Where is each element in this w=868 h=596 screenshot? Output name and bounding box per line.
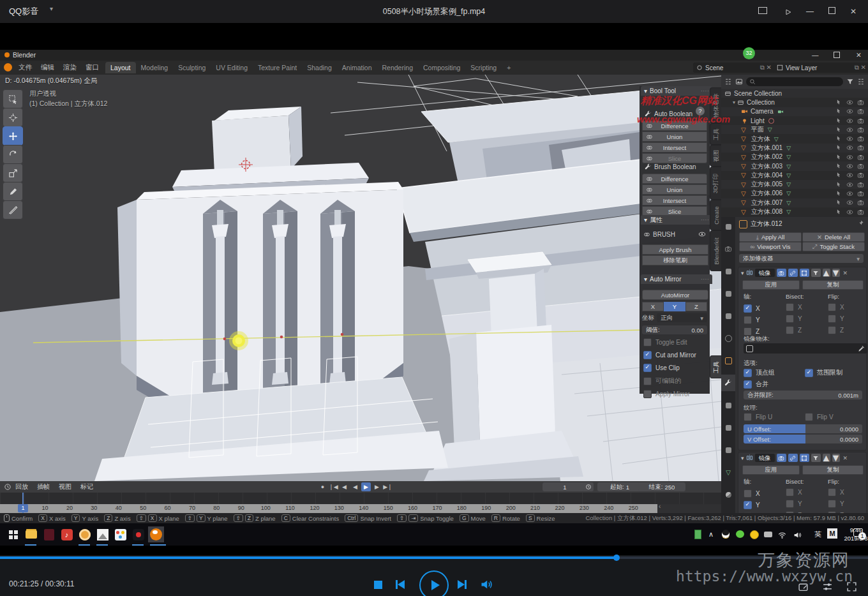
properties-tab-physics[interactable] — [721, 419, 735, 436]
row-visibility-controls[interactable] — [836, 126, 864, 133]
flip-y-checkbox[interactable]: Y — [828, 500, 868, 508]
workspace-tab[interactable]: Animation — [337, 62, 377, 73]
u-offset-slider[interactable]: U Offset:0.0000 — [744, 424, 862, 433]
outliner-row-立方体.001[interactable]: ▽立方体.001▽ — [721, 144, 868, 153]
outliner-row-Collection[interactable]: ▾Collection — [721, 98, 868, 107]
viewport-vis-button[interactable]: ∞Viewport Vis — [739, 242, 802, 251]
move-tool-button[interactable] — [3, 126, 23, 145]
taskbar-explorer-icon[interactable] — [23, 526, 39, 542]
workspace-tab[interactable]: Layout — [105, 62, 136, 73]
tray-volume-icon[interactable] — [793, 530, 802, 539]
maximize-button[interactable] — [823, 5, 840, 18]
workspace-tab[interactable]: Scripting — [465, 62, 502, 73]
realtime-toggle-icon[interactable] — [788, 269, 798, 277]
realtime-toggle-icon[interactable] — [788, 454, 798, 462]
modifier-2-name[interactable]: 镜像 — [755, 454, 775, 462]
row-visibility-controls[interactable] — [836, 209, 864, 216]
remove-brush-button[interactable]: 移除笔刷 — [642, 255, 708, 265]
sidebar-tab-3D打印[interactable]: 3D打印 — [710, 167, 722, 200]
taskbar-photos-icon[interactable] — [94, 526, 110, 542]
cut-and-mirror-checkbox[interactable]: Cut and Mirror — [643, 351, 707, 359]
toggle-stack-button[interactable]: ⤢Toggle Stack — [802, 242, 865, 251]
apply-brush-button[interactable]: Apply Brush — [642, 244, 708, 255]
axis-y-checkbox[interactable]: Y — [744, 501, 784, 509]
previous-button[interactable] — [396, 580, 405, 589]
playhead-frame-badge[interactable]: 1 — [18, 504, 28, 512]
properties-tab-object[interactable] — [721, 352, 735, 369]
menu-item[interactable]: 文件 — [14, 61, 36, 75]
properties-panel-header[interactable]: ▾ 属性 ···· — [641, 215, 712, 225]
modifier-1-header[interactable]: ▾ 镜像 ▲ ▼ ✕ — [738, 267, 866, 278]
axis-y-checkbox[interactable]: Y — [744, 316, 784, 324]
taskbar-start-icon[interactable] — [5, 526, 21, 542]
stop-button[interactable] — [374, 581, 382, 589]
collapse-chevron-icon[interactable]: ‹ — [659, 503, 661, 510]
current-frame-field[interactable]: 1 — [542, 482, 587, 491]
modifier-2-apply-button[interactable]: 应用 — [742, 465, 800, 475]
frame-ruler[interactable]: 1020304050607080901001101201301401501601… — [0, 504, 657, 513]
sidebar-tab-工具-active[interactable]: 工具 — [710, 355, 722, 378]
sidebar-tab-Blenderkit[interactable]: Blenderkit — [710, 230, 722, 271]
flip-z-checkbox[interactable]: Z — [828, 326, 868, 334]
options-icon[interactable] — [857, 78, 865, 86]
flip-v-checkbox[interactable]: Flip V — [805, 413, 834, 421]
tray-chevron-up-icon[interactable]: ∧ — [708, 530, 714, 539]
merge-limit-slider[interactable]: 合并限距:0.001m — [744, 391, 862, 399]
outliner-row-立方体.002[interactable]: ▽立方体.002▽ — [721, 153, 868, 161]
flip-y-checkbox[interactable]: Y — [828, 315, 868, 323]
frame-start-field[interactable]: 起始:1 — [597, 482, 642, 491]
outliner-search-input[interactable] — [746, 77, 843, 86]
taskbar-netease-music-icon[interactable]: ♪ — [59, 526, 75, 542]
menu-item[interactable]: 窗口 — [81, 61, 103, 75]
ime-indicator[interactable]: M — [827, 528, 837, 539]
brush-boolean-union-button[interactable]: Union — [642, 184, 707, 195]
outliner-row-立方体.006[interactable]: ▽立方体.006▽ — [721, 189, 868, 198]
workspace-tab[interactable]: Shading — [302, 62, 337, 73]
outliner-row-立方体.003[interactable]: ▽立方体.003▽ — [721, 161, 868, 170]
workspace-tab[interactable]: UV Editing — [211, 62, 253, 73]
row-visibility-controls[interactable] — [836, 117, 864, 124]
collapse-arrow-icon[interactable]: ▾ — [741, 270, 744, 276]
jump-end-button[interactable]: ▶❘ — [383, 482, 393, 491]
taskbar-blender-icon[interactable] — [148, 526, 164, 542]
tray-qq-icon[interactable] — [722, 530, 730, 538]
render-toggle-icon[interactable] — [777, 454, 786, 462]
move-down-icon[interactable]: ▼ — [832, 269, 840, 277]
properties-tab-constraints[interactable] — [721, 442, 735, 458]
play-reverse-button[interactable]: ◀ — [350, 482, 360, 491]
properties-tab-modifiers[interactable] — [721, 375, 735, 391]
workspace-tab[interactable]: Compositing — [418, 62, 465, 73]
menu-item[interactable]: 渲染 — [59, 61, 81, 75]
axis-x-toggle[interactable]: X — [642, 302, 664, 311]
window-minimize-icon[interactable]: — — [812, 51, 819, 59]
outliner-row-立方体.007[interactable]: ▽立方体.007▽ — [721, 198, 868, 207]
threshold-slider[interactable]: 阈值: 0.00 — [642, 325, 707, 334]
delete-all-button[interactable]: ✕Delete All — [802, 232, 865, 242]
cursor-tool-button[interactable] — [3, 108, 23, 127]
automirror-button[interactable]: AutoMirror — [642, 290, 708, 300]
3d-viewport[interactable]: D: -0.04675m (0.04675m) 全局 用户透视 (1) Coll… — [0, 75, 721, 481]
tray-wifi-icon[interactable] — [778, 530, 786, 539]
record-dot-button[interactable]: ● — [318, 482, 327, 491]
outliner-row-平面[interactable]: ▽平面▽ — [721, 125, 868, 134]
modifier-1-name[interactable]: 镜像 — [755, 269, 775, 277]
row-visibility-controls[interactable] — [836, 181, 864, 188]
display-mode-icon[interactable] — [735, 78, 743, 86]
axis-z-toggle[interactable]: Z — [685, 302, 707, 311]
window-maximize-icon[interactable] — [834, 52, 840, 58]
merge-checkbox[interactable]: 合并 — [744, 380, 768, 389]
flip-x-checkbox[interactable]: X — [828, 488, 868, 496]
outliner-row-Camera[interactable]: Camera — [721, 107, 868, 116]
render-toggle-icon[interactable] — [777, 269, 786, 277]
outliner-row-Scene Collection[interactable]: Scene Collection — [721, 89, 868, 98]
可编辑的-checkbox[interactable]: 可编辑的 — [643, 376, 707, 385]
row-visibility-controls[interactable] — [836, 163, 864, 170]
sidebar-tab-视图[interactable]: 视图 — [710, 145, 722, 167]
window-close-icon[interactable]: ✕ — [856, 51, 862, 59]
workspace-tab[interactable]: + — [502, 62, 516, 73]
mirror-object-field[interactable] — [744, 343, 867, 354]
next-button[interactable] — [458, 580, 467, 589]
tray-pen-device-icon[interactable] — [764, 532, 772, 537]
boss-key-icon[interactable] — [780, 5, 797, 18]
move-up-icon[interactable]: ▲ — [823, 269, 830, 277]
